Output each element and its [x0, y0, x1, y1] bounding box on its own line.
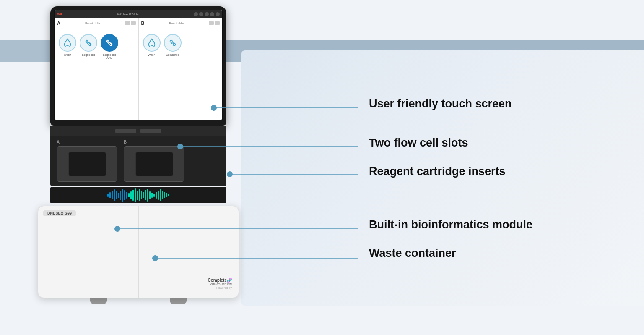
wave-bar — [114, 189, 115, 201]
workflow-icons-a: Wash — [57, 29, 136, 64]
foot-left — [90, 298, 107, 304]
wave-bar — [112, 191, 113, 199]
slot-a-housing — [57, 146, 117, 182]
wave-bar — [122, 189, 123, 202]
wave-bar — [120, 191, 121, 200]
annotation-reagent-cartridge: Reagent cartridge inserts — [369, 165, 506, 178]
cg-brand-complete: Complete🧬 — [208, 278, 232, 283]
workflow-circle-wash-1 — [59, 34, 76, 52]
wave-bar — [147, 189, 148, 202]
wave-bar — [143, 192, 144, 198]
annotation-label-touch-screen: User friendly touch screen — [369, 97, 512, 110]
wave-bar — [124, 190, 125, 200]
sequencer-device: MGI 2021,May 22 09:34 A — [38, 6, 239, 304]
workflow-label-wash-b: Wash — [148, 53, 156, 56]
wave-bar — [130, 191, 132, 199]
workflow-label-wash-1: Wash — [64, 53, 71, 56]
flow-cell-section: A B — [50, 136, 226, 186]
wave-bar — [118, 193, 119, 198]
wave-bar — [109, 192, 111, 198]
usb-port-1 — [115, 129, 136, 133]
screen-icon-1 — [194, 12, 198, 16]
wave-bar — [137, 191, 138, 200]
panel-a-label: A — [57, 21, 60, 26]
annotation-label-flow-cell-slots: Two flow cell slots — [369, 136, 468, 149]
annotation-label-reagent-cartridge: Reagent cartridge inserts — [369, 165, 506, 178]
workflow-item-seq-1: Sequence — [80, 34, 97, 56]
screen-icon-5 — [216, 12, 220, 16]
screen-icon-4 — [210, 12, 214, 16]
cg-powered-by: Powered by — [208, 286, 232, 289]
annotation-label-bioinformatics-module: Built-in bioinformatics module — [369, 218, 532, 231]
slot-b-label: B — [124, 140, 184, 144]
panel-a-subtitle: Runnin Idle — [85, 22, 100, 25]
wave-bar — [156, 192, 157, 199]
lower-body: DNBSEQ G99 Complete🧬 GENOMICS™ Powered b… — [38, 206, 239, 298]
wave-bar — [132, 190, 134, 201]
workflow-circle-seq-1 — [80, 34, 97, 52]
wave-bar — [145, 190, 146, 200]
annotation-bioinformatics-module: Built-in bioinformatics module — [369, 218, 532, 231]
workflow-item-wash-b: Wash — [143, 34, 161, 56]
screen-icon-2 — [199, 12, 203, 16]
flow-cell-slots: A B — [57, 140, 220, 182]
wave-bar — [135, 188, 136, 202]
wave-bar — [160, 189, 161, 201]
workflow-label-seq-1: Sequence — [82, 53, 95, 56]
cg-brand-genomics: GENOMICS™ — [208, 283, 232, 286]
lower-body-divider — [138, 206, 139, 298]
cg-logo: Complete🧬 GENOMICS™ Powered by — [208, 278, 232, 289]
wave-bar — [166, 193, 167, 197]
slot-b-housing — [124, 146, 184, 182]
panel-b-subtitle: Runnin Idle — [169, 22, 184, 25]
wave-bar — [164, 192, 165, 198]
wave-bar — [158, 191, 159, 200]
wave-bar — [116, 191, 117, 199]
workflow-item-seq-b: Sequence — [164, 34, 182, 56]
panel-b: B Runnin Idle — [139, 18, 223, 120]
flow-cell-slot-a: A — [57, 140, 117, 182]
screen-icon-3 — [205, 12, 209, 16]
mgi-logo: MGI — [57, 13, 62, 16]
annotation-waste-container: Waste container — [369, 247, 456, 260]
usb-port-2 — [140, 129, 161, 133]
model-label: DNBSEQ G99 — [43, 210, 76, 216]
workflow-icons-b: Wash Sequence — [141, 29, 220, 61]
screen-top-bar: MGI 2021,May 22 09:34 — [55, 10, 222, 18]
waveform-display — [50, 187, 226, 203]
screen-datetime: 2021,May 22 09:34 — [117, 13, 138, 16]
screen-housing: MGI 2021,May 22 09:34 A — [50, 6, 226, 126]
wave-bar — [151, 193, 153, 198]
wave-bar — [126, 192, 127, 199]
foot-right — [170, 298, 187, 304]
workflow-item-wash-1: Wash — [59, 34, 76, 56]
screen-panels: A Runnin Idle — [55, 18, 222, 120]
svg-point-5 — [173, 43, 175, 46]
wave-bar — [141, 191, 142, 199]
wave-bar — [168, 194, 169, 196]
wave-bar — [149, 191, 151, 199]
workflow-item-seq-ab: SequenceA+B — [101, 34, 118, 59]
screen-icons — [194, 12, 220, 16]
annotation-flow-cell-slots: Two flow cell slots — [369, 136, 468, 149]
screen-content[interactable]: MGI 2021,May 22 09:34 A — [55, 10, 222, 120]
wave-bar — [153, 194, 155, 197]
screen-bezel: MGI 2021,May 22 09:34 A — [54, 10, 223, 120]
device-feet — [59, 298, 218, 304]
flow-cell-slot-b: B — [124, 140, 184, 182]
svg-point-4 — [170, 40, 172, 43]
usb-port-row — [50, 126, 226, 136]
wave-bar — [139, 189, 140, 201]
wave-bar — [107, 194, 109, 197]
panel-a-header: A Runnin Idle — [57, 21, 136, 27]
slot-b-inner — [135, 152, 173, 176]
workflow-label-seq-b: Sequence — [166, 53, 179, 56]
workflow-label-seq-ab: SequenceA+B — [103, 53, 116, 59]
slot-a-inner — [68, 152, 106, 176]
slot-a-label: A — [57, 140, 117, 144]
workflow-circle-wash-b — [143, 34, 161, 52]
workflow-circle-seq-b — [164, 34, 182, 52]
panel-a: A Runnin Idle — [55, 18, 139, 120]
annotation-label-waste-container: Waste container — [369, 247, 456, 259]
annotation-touch-screen: User friendly touch screen — [369, 97, 512, 110]
